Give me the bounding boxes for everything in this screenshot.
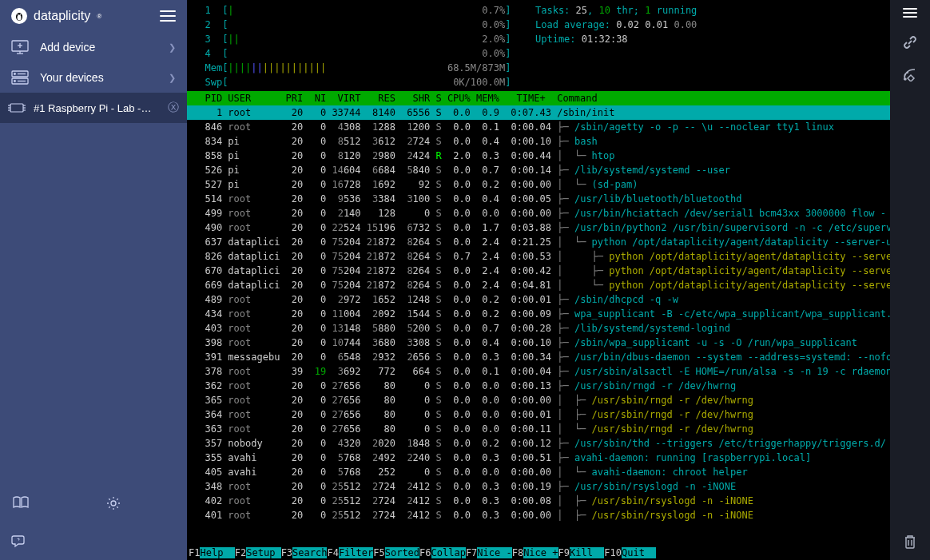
chevron-right-icon: ❯ [169,42,176,53]
process-row[interactable]: 846 root 20 0 4308 1288 1200 S 0.0 0.1 0… [193,120,884,134]
process-list[interactable]: 846 root 20 0 4308 1288 1200 S 0.0 0.1 0… [187,120,890,522]
process-row[interactable]: 514 root 20 0 9536 3384 3100 S 0.0 0.4 0… [193,192,884,206]
trash-icon[interactable] [904,534,916,549]
sidebar: dataplicity® Add device ❯ Your devices ❯… [0,0,187,560]
process-row[interactable]: 398 root 20 0 10744 3680 3308 S 0.0 0.4 … [193,336,884,350]
process-row[interactable]: 355 avahi 20 0 5768 2492 2240 S 0.0 0.3 … [193,451,884,465]
svg-point-23 [111,501,116,506]
process-row[interactable]: 365 root 20 0 27656 80 0 S 0.0 0.0 0:00.… [193,393,884,407]
right-rail [890,0,930,560]
svg-rect-16 [10,104,23,112]
chevron-right-icon: ❯ [169,73,176,83]
nav-label: Your devices [40,71,104,84]
htop-summary: 1 [| 0.7%] 2 [ 0.0%] 3 [|| 2.0%] 4 [ [187,0,890,91]
process-row[interactable]: 362 root 20 0 27656 80 0 S 0.0 0.0 0:00.… [193,379,884,393]
process-row[interactable]: 527 pi 20 0 16728 1692 92 S 0.0 0.2 0:00… [193,177,884,192]
process-row[interactable]: 363 root 20 0 27656 80 0 S 0.0 0.0 0:00.… [193,422,884,436]
brand-logo[interactable]: dataplicity® [11,8,101,24]
process-row[interactable]: 826 dataplici 20 0 75204 21872 8264 S 0.… [193,249,884,264]
htop-columns[interactable]: PID USER PRI NI VIRT RES SHR S CPU% MEM%… [187,91,890,105]
link-icon[interactable] [903,35,917,50]
process-row[interactable]: 402 root 20 0 25512 2724 2412 S 0.0 0.3 … [193,494,884,508]
process-row[interactable]: 434 root 20 0 11004 2092 1544 S 0.0 0.2 … [193,307,884,321]
sidebar-footer [0,483,187,523]
penguin-icon [11,8,27,24]
svg-point-12 [14,73,16,75]
chat-button[interactable] [0,523,187,560]
process-row[interactable]: 499 root 20 0 2140 128 0 S 0.0 0.0 0:00.… [193,206,884,220]
process-row[interactable]: 834 pi 20 0 8512 3612 2724 S 0.0 0.4 0:0… [193,134,884,149]
process-row[interactable]: 637 dataplici 20 0 75204 21872 8264 S 0.… [193,235,884,249]
process-row[interactable]: 490 root 20 0 22524 15196 6732 S 0.0 1.7… [193,220,884,235]
svg-point-13 [14,81,16,82]
monitor-plus-icon [11,40,29,54]
process-row[interactable]: 401 root 20 0 25512 2724 2412 S 0.0 0.3 … [193,508,884,522]
svg-point-4 [20,14,22,15]
process-row[interactable]: 526 pi 20 0 14604 6684 5840 S 0.0 0.7 0:… [193,163,884,177]
process-row[interactable]: 378 root 39 19 3692 772 664 S 0.0 0.1 0:… [193,364,884,379]
hamburger-icon[interactable] [903,8,917,18]
nav-your-devices[interactable]: Your devices ❯ [0,62,187,93]
server-icon [11,70,29,85]
function-keys[interactable]: F1Help F2Setup F3SearchF4FilterF5SortedF… [187,546,890,560]
process-row[interactable]: 357 nobody 20 0 4320 2020 1848 S 0.0 0.2… [193,436,884,451]
nav-label: Add device [40,41,95,54]
active-device-tab[interactable]: #1 Raspberry Pi - Lab -… ⓧ [0,93,187,123]
process-row[interactable]: 670 dataplici 20 0 75204 21872 8264 S 0.… [193,264,884,278]
process-row[interactable]: 403 root 20 0 13148 5880 5200 S 0.0 0.7 … [193,321,884,336]
nav-add-device[interactable]: Add device ❯ [0,32,187,62]
process-row[interactable]: 364 root 20 0 27656 80 0 S 0.0 0.0 0:00.… [193,407,884,422]
svg-point-24 [904,78,906,80]
hamburger-icon[interactable] [160,10,176,22]
brand-text: dataplicity [34,9,90,23]
process-row[interactable]: 489 root 20 0 2972 1652 1248 S 0.0 0.2 0… [193,292,884,307]
sidebar-header: dataplicity® [0,0,187,32]
process-row[interactable]: 391 messagebu 20 0 6548 2932 2656 S 0.0 … [193,350,884,364]
settings-button[interactable] [93,483,187,523]
terminal[interactable]: 1 [| 0.7%] 2 [ 0.0%] 3 [|| 2.0%] 4 [ [187,0,890,560]
process-row[interactable]: 858 pi 20 0 8120 2980 2424 R 2.0 0.3 0:0… [193,149,884,163]
process-row[interactable]: 405 avahi 20 0 5768 252 0 S 0.0 0.0 0:00… [193,465,884,479]
docs-button[interactable] [0,483,93,523]
device-name: #1 Raspberry Pi - Lab -… [34,102,151,114]
satellite-icon[interactable] [903,67,917,81]
process-row[interactable]: 348 root 20 0 25512 2724 2412 S 0.0 0.3 … [193,479,884,494]
chip-icon [8,101,26,115]
svg-point-2 [18,15,22,21]
process-row[interactable]: 669 dataplici 20 0 75204 21872 8264 S 0.… [193,278,884,292]
close-icon[interactable]: ⓧ [168,101,179,115]
svg-point-3 [18,14,19,15]
process-row-selected[interactable]: 1 root 20 0 33744 8140 6556 S 0.0 0.9 0:… [187,105,890,120]
